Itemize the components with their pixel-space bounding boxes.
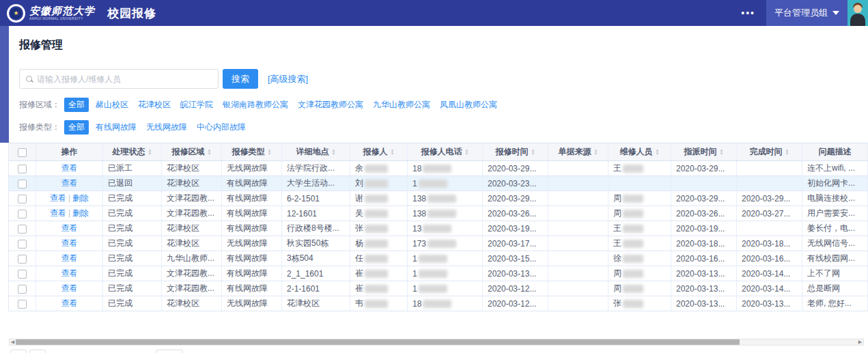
cell-desc: 总是断网 [802, 281, 868, 296]
sort-carets-icon[interactable]: ▲▼ [720, 149, 724, 156]
cell-type: 有线网故障 [222, 221, 282, 236]
sort-carets-icon[interactable]: ▲▼ [148, 149, 152, 156]
row-checkbox[interactable] [18, 225, 27, 234]
sort-carets-icon[interactable]: ▲▼ [208, 149, 212, 156]
more-menu-button[interactable]: ••• [730, 8, 766, 18]
search-input[interactable] [37, 74, 218, 84]
column-header-8[interactable]: 单据来源▲▼ [548, 143, 608, 161]
column-header-label: 报修时间 [496, 146, 529, 158]
table-row: 查看|删除已完成文津花园教...有线网故障6-2-1501谢1382020-03… [9, 191, 868, 206]
cell-phone: 18 [408, 296, 483, 311]
column-header-5[interactable]: 报修人▲▼ [350, 143, 408, 161]
filter-option-area-5[interactable]: 文津花园教师公寓 [298, 99, 363, 111]
action-link-0[interactable]: 查看 [50, 208, 66, 218]
column-header-11[interactable]: 完成时间▲▼ [737, 143, 802, 161]
filter-option-area-1[interactable]: 赭山校区 [96, 99, 128, 111]
select-all-checkbox[interactable] [18, 148, 27, 157]
assign_time-value: 2020-03-29... [676, 164, 725, 173]
action-link-0[interactable]: 查看 [61, 298, 78, 308]
sort-carets-icon[interactable]: ▲▼ [332, 149, 336, 156]
filter-label-type: 报修类型： [19, 122, 60, 133]
action-link-0[interactable]: 查看 [61, 178, 78, 188]
action-link-0[interactable]: 查看 [61, 268, 78, 278]
sort-carets-icon[interactable]: ▲▼ [531, 149, 535, 156]
row-checkbox[interactable] [18, 180, 27, 188]
search-button[interactable]: 搜索 [223, 69, 258, 89]
column-header-1[interactable]: 处理状态▲▼ [103, 143, 162, 161]
university-name-en: ANHUI NORMAL UNIVERSITY [29, 17, 95, 20]
redacted-repairman [623, 165, 643, 173]
row-checkbox[interactable] [18, 285, 27, 294]
filter-option-type-2[interactable]: 无线网故障 [146, 122, 187, 133]
filter-option-type-0[interactable]: 全部 [64, 120, 89, 135]
finish_time-value: 2020-03-16... [742, 254, 790, 264]
row-checkbox[interactable] [18, 255, 27, 264]
action-link-0[interactable]: 查看 [61, 283, 78, 293]
row-checkbox[interactable] [18, 240, 27, 249]
user-avatar[interactable] [848, 0, 868, 26]
pagination-control[interactable] [10, 350, 27, 353]
filter-option-area-0[interactable]: 全部 [64, 98, 89, 112]
scrollbar-thumb[interactable] [16, 339, 740, 345]
row-checkbox[interactable] [18, 195, 27, 203]
filter-option-area-7[interactable]: 凤凰山教师公寓 [440, 99, 497, 111]
filter-option-area-6[interactable]: 九华山教师公寓 [373, 99, 430, 111]
user-group-dropdown[interactable]: 平台管理员组 [766, 0, 848, 26]
pagination-control[interactable] [29, 350, 46, 353]
action-link-0[interactable]: 查看 [50, 193, 66, 203]
phone-value: 1 [412, 254, 417, 264]
column-header-7[interactable]: 报修时间▲▼ [483, 143, 548, 161]
cell-type: 有线网故障 [222, 281, 282, 296]
cell-finish_time: 2020-03-14... [737, 266, 802, 281]
cell-reporter: 韦 [350, 296, 408, 311]
horizontal-scrollbar[interactable]: ◀ ▶ [9, 339, 864, 345]
cell-actions: 查看 [36, 236, 103, 251]
row-checkbox[interactable] [18, 270, 27, 279]
sort-carets-icon[interactable]: ▲▼ [268, 149, 272, 156]
filter-option-area-4[interactable]: 银湖南路教师公寓 [223, 99, 288, 111]
sort-carets-icon[interactable]: ▲▼ [785, 149, 789, 156]
filter-option-type-3[interactable]: 中心内部故障 [197, 122, 246, 133]
action-link-1[interactable]: 删除 [72, 208, 89, 218]
row-checkbox[interactable] [18, 165, 27, 173]
row-checkbox[interactable] [18, 210, 27, 218]
column-header-6[interactable]: 报修人电话▲▼ [408, 143, 483, 161]
sort-carets-icon[interactable]: ▲▼ [656, 149, 660, 156]
filter-option-area-2[interactable]: 花津校区 [138, 99, 171, 111]
action-link-0[interactable]: 查看 [61, 253, 78, 263]
reporter-value: 张 [355, 223, 363, 233]
action-link-0[interactable]: 查看 [61, 238, 78, 248]
advanced-search-link[interactable]: [高级搜索] [268, 73, 308, 85]
column-header-10[interactable]: 指派时间▲▼ [671, 143, 737, 161]
cell-finish_time [737, 176, 802, 191]
phone-value: 1 [412, 179, 417, 188]
pagination-control[interactable] [156, 350, 183, 353]
sort-carets-icon[interactable]: ▲▼ [465, 149, 469, 156]
sort-carets-icon[interactable]: ▲▼ [391, 149, 395, 156]
action-link-0[interactable]: 查看 [61, 163, 78, 173]
scroll-right-arrow-icon[interactable]: ▶ [857, 339, 863, 345]
cell-finish_time: 2020-03-29... [737, 191, 802, 206]
cell-repairman: 王 [608, 236, 671, 251]
cell-report_time: 2020-03-19... [483, 221, 548, 236]
action-link-1[interactable]: 删除 [72, 193, 89, 203]
column-header-3[interactable]: 报修类型▲▼ [222, 143, 282, 161]
column-header-2[interactable]: 报修区域▲▼ [162, 143, 222, 161]
cell-repairman [608, 176, 671, 191]
filter-option-area-3[interactable]: 皖江学院 [180, 99, 213, 111]
area-value: 花津校区 [167, 238, 199, 248]
cell-desc: 初始化网卡... [802, 176, 868, 191]
action-link-0[interactable]: 查看 [61, 223, 78, 233]
column-header-4[interactable]: 详细地点▲▼ [282, 143, 350, 161]
row-checkbox[interactable] [18, 300, 27, 309]
column-header-9[interactable]: 维修人员▲▼ [608, 143, 671, 161]
cell-status: 已完成 [103, 191, 162, 206]
cell-location: 秋实园50栋 [282, 236, 350, 251]
reporter-value: 韦 [355, 298, 363, 308]
scroll-left-arrow-icon[interactable]: ◀ [10, 339, 16, 345]
cell-source [548, 251, 608, 266]
filter-option-type-1[interactable]: 有线网故障 [96, 122, 137, 133]
column-header-0: 操作 [36, 143, 103, 161]
sort-carets-icon[interactable]: ▲▼ [594, 149, 598, 156]
cell-phone: 1 [408, 266, 483, 281]
